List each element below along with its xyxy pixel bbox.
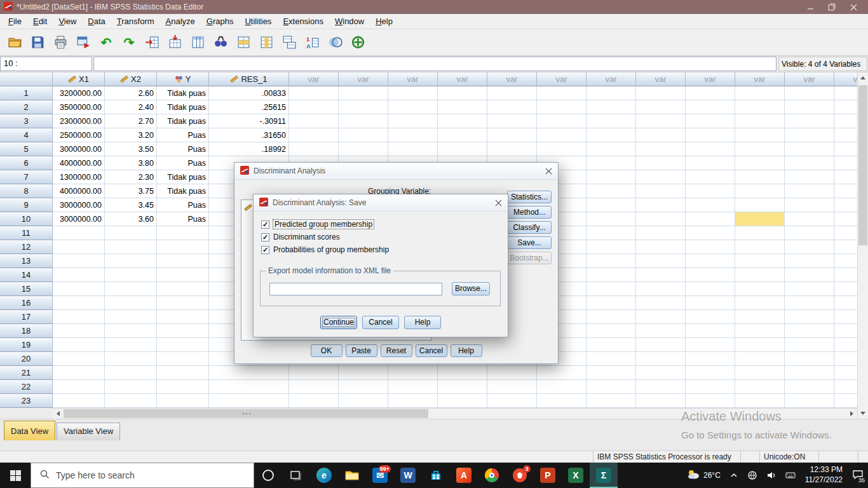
grid-cell[interactable] — [157, 338, 209, 352]
grid-cell[interactable] — [53, 282, 105, 296]
row-header[interactable]: 10 — [0, 212, 53, 226]
grid-cell[interactable] — [587, 226, 636, 240]
grid-cell[interactable] — [686, 142, 735, 156]
row-header[interactable]: 5 — [0, 142, 53, 156]
grid-cell[interactable] — [834, 184, 857, 198]
grid-cell[interactable] — [587, 128, 636, 142]
file-explorer-icon[interactable] — [338, 463, 366, 488]
grid-cell[interactable] — [636, 142, 686, 156]
grid-cell[interactable] — [735, 100, 785, 114]
grid-cell[interactable] — [636, 226, 686, 240]
ok-button[interactable]: OK — [311, 344, 342, 357]
menu-help[interactable]: Help — [370, 15, 398, 28]
action-center[interactable]: 35 — [848, 463, 868, 488]
grid-cell[interactable] — [735, 254, 785, 268]
grid-cell[interactable] — [53, 240, 105, 254]
grid-cell[interactable] — [157, 394, 209, 408]
row-header[interactable]: 12 — [0, 240, 53, 254]
grid-cell[interactable] — [785, 128, 834, 142]
grid-cell[interactable] — [735, 198, 785, 212]
chevron-up-icon[interactable] — [725, 463, 743, 488]
grid-cell[interactable] — [487, 142, 537, 156]
selected-cell[interactable] — [735, 212, 785, 226]
column-header-var[interactable]: var — [438, 72, 487, 86]
grid-cell[interactable] — [388, 366, 438, 380]
grid-cell[interactable] — [785, 394, 834, 408]
grid-cell[interactable] — [157, 324, 209, 338]
grid-cell[interactable] — [785, 296, 834, 310]
grid-cell[interactable]: .31650 — [209, 128, 289, 142]
grid-cell[interactable] — [735, 142, 785, 156]
grid-cell[interactable] — [686, 212, 735, 226]
grid-cell[interactable] — [834, 380, 857, 394]
grid-cell[interactable] — [487, 86, 537, 100]
grid-cell[interactable] — [587, 254, 636, 268]
grid-cell[interactable] — [587, 394, 636, 408]
grid-cell[interactable] — [587, 324, 636, 338]
grid-cell[interactable] — [834, 268, 857, 282]
scroll-left-icon[interactable] — [53, 409, 64, 419]
grid-cell[interactable] — [537, 114, 587, 128]
grid-cell[interactable] — [537, 142, 587, 156]
grid-cell[interactable] — [105, 254, 157, 268]
grid-cell[interactable] — [686, 114, 735, 128]
menu-graphs[interactable]: Graphs — [201, 15, 240, 28]
grid-cell[interactable] — [834, 226, 857, 240]
grid-cell[interactable] — [686, 366, 735, 380]
grid-cell[interactable] — [289, 366, 339, 380]
column-header-var[interactable]: var — [487, 72, 537, 86]
grid-cell[interactable] — [834, 128, 857, 142]
grid-cell[interactable] — [735, 380, 785, 394]
grid-cell[interactable] — [636, 170, 686, 184]
column-header-res_1[interactable]: RES_1 — [209, 72, 289, 86]
grid-cell[interactable] — [339, 86, 388, 100]
grid-cell[interactable] — [388, 100, 438, 114]
chrome-icon[interactable] — [478, 463, 506, 488]
menu-extensions[interactable]: Extensions — [277, 15, 329, 28]
column-header-var[interactable]: var — [537, 72, 587, 86]
grid-cell[interactable] — [834, 394, 857, 408]
grid-cell[interactable]: 3.50 — [105, 142, 157, 156]
grid-cell[interactable] — [587, 380, 636, 394]
start-button[interactable] — [0, 463, 31, 488]
menu-data[interactable]: Data — [82, 15, 111, 28]
menu-file[interactable]: File — [3, 15, 27, 28]
grid-cell[interactable]: 3.20 — [105, 128, 157, 142]
grid-cell[interactable] — [834, 212, 857, 226]
statistics-button[interactable]: Statistics... — [507, 191, 552, 203]
grid-cell[interactable] — [587, 240, 636, 254]
column-header-var[interactable]: var — [785, 72, 834, 86]
grid-cell[interactable] — [157, 226, 209, 240]
grid-cell[interactable] — [105, 338, 157, 352]
redo-icon[interactable]: ↷ — [118, 32, 140, 53]
menu-transform[interactable]: Transform — [111, 15, 160, 28]
grid-cell[interactable]: 3.75 — [105, 184, 157, 198]
grid-cell[interactable]: 2300000.00 — [53, 114, 105, 128]
grid-cell[interactable] — [487, 100, 537, 114]
grid-cell[interactable] — [388, 142, 438, 156]
grid-cell[interactable] — [53, 226, 105, 240]
grid-cell[interactable] — [587, 310, 636, 324]
grid-cell[interactable] — [537, 380, 587, 394]
row-header[interactable]: 7 — [0, 170, 53, 184]
grid-cell[interactable]: Puas — [157, 128, 209, 142]
grid-cell[interactable] — [339, 366, 388, 380]
vertical-scroll-thumb[interactable] — [858, 85, 867, 245]
grid-cell[interactable]: 4000000.00 — [53, 156, 105, 170]
grid-cell[interactable] — [636, 100, 686, 114]
minimize-button[interactable] — [799, 0, 821, 14]
grid-cell[interactable] — [587, 114, 636, 128]
grid-cell[interactable]: Puas — [157, 142, 209, 156]
grid-cell[interactable] — [636, 310, 686, 324]
grid-cell[interactable]: 2.60 — [105, 86, 157, 100]
value-labels-icon[interactable]: 1A — [301, 32, 323, 53]
grid-cell[interactable] — [105, 282, 157, 296]
grid-cell[interactable] — [834, 100, 857, 114]
grid-cell[interactable] — [785, 268, 834, 282]
checkbox-checked-icon[interactable]: ✓ — [261, 233, 269, 241]
row-header[interactable]: 20 — [0, 352, 53, 366]
grid-cell[interactable] — [785, 226, 834, 240]
grid-cell[interactable] — [537, 128, 587, 142]
grid-cell[interactable] — [339, 394, 388, 408]
grid-cell[interactable] — [587, 142, 636, 156]
